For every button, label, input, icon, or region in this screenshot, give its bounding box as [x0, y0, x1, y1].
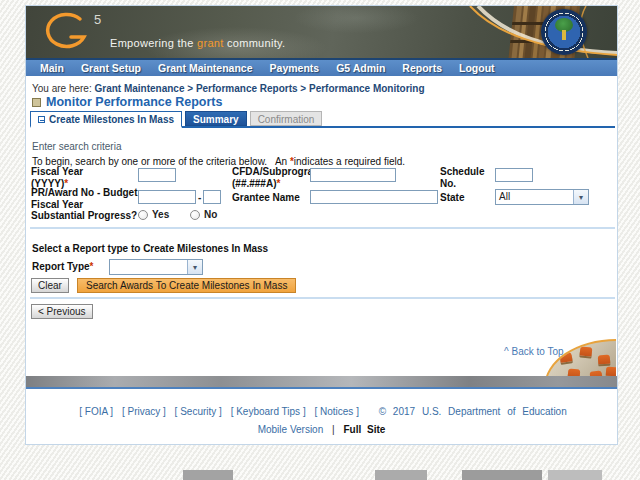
nav-item-logout[interactable]: Logout: [459, 62, 495, 76]
substantial-no-radio[interactable]: [190, 210, 200, 220]
nav-item-payments[interactable]: Payments: [270, 62, 320, 76]
substantial-progress-radios: Yes No: [138, 209, 217, 220]
tab-create-milestones-in-mass[interactable]: Create Milestones In Mass: [30, 111, 182, 128]
report-type-heading: Select a Report type to Create Milestone…: [32, 243, 268, 254]
dropdown-arrow-icon: ▾: [573, 190, 588, 204]
security-link[interactable]: [ Security ]: [175, 406, 222, 417]
nav-item-g5-admin[interactable]: G5 Admin: [336, 62, 385, 76]
state-label: State: [440, 192, 464, 204]
divider: [30, 297, 615, 299]
mobile-version-link[interactable]: Mobile Version: [258, 424, 324, 435]
substantial-yes-radio[interactable]: [138, 210, 148, 220]
header-banner: 5 Empowering the grant community.: [26, 6, 617, 58]
main-nav: Main Grant Setup Grant Maintenance Payme…: [26, 58, 617, 76]
search-criteria-heading: Enter search criteria: [32, 141, 121, 152]
collapse-icon: [38, 116, 45, 123]
report-type-select[interactable]: ▾: [109, 259, 203, 275]
previous-button[interactable]: < Previous: [31, 304, 93, 319]
grantee-name-label: Grantee Name: [232, 192, 300, 204]
fiscal-year-input[interactable]: [138, 168, 176, 182]
report-type-label: Report Type*: [32, 261, 94, 272]
schedule-no-input[interactable]: [495, 168, 533, 182]
screen: 5 Empowering the grant community. Main G…: [0, 0, 640, 480]
dept-of-education-seal-icon: [541, 9, 587, 55]
keyboard-tips-link[interactable]: [ Keyboard Tips ]: [231, 406, 306, 417]
cfda-subprogram-label: CFDA/Subprogram (##.###A)*: [232, 166, 322, 189]
divider: [30, 227, 615, 229]
clear-button[interactable]: Clear: [31, 278, 69, 293]
schedule-no-label: Schedule No.: [440, 166, 484, 189]
search-awards-button[interactable]: Search Awards To Create Milestones In Ma…: [77, 278, 296, 293]
nav-item-reports[interactable]: Reports: [402, 62, 442, 76]
logo-5-text: 5: [94, 12, 101, 27]
breadcrumb: You are here: Grant Maintenance > Perfor…: [32, 83, 425, 94]
substantial-progress-label: Substantial Progress?: [31, 210, 137, 222]
g5-page: 5 Empowering the grant community. Main G…: [25, 5, 618, 445]
g5-logo-icon: [42, 10, 94, 56]
footer-site-mode: Mobile Version | Full Site: [26, 424, 617, 435]
cropped-bottom-artifact: [0, 470, 640, 480]
banner-photo-collage: [26, 6, 617, 58]
tab-summary[interactable]: Summary: [185, 111, 247, 126]
breadcrumb-path-links[interactable]: Grant Maintenance > Performance Reports …: [94, 83, 424, 94]
tab-confirmation: Confirmation: [250, 111, 323, 126]
grantee-name-input[interactable]: [310, 190, 438, 204]
page-title: Monitor Performance Reports: [46, 95, 222, 109]
budget-fiscal-year-input[interactable]: [203, 190, 221, 204]
pr-award-label: PR/Award No - Budget Fiscal Year: [31, 187, 137, 210]
bottom-photo-strip: [26, 376, 617, 387]
copyright: © 2017 U.S. Department of Education: [379, 406, 567, 417]
privacy-link[interactable]: [ Privacy ]: [122, 406, 166, 417]
state-select[interactable]: All ▾: [495, 189, 589, 205]
nav-item-grant-maintenance[interactable]: Grant Maintenance: [158, 62, 253, 76]
full-site-current: Full Site: [343, 424, 385, 435]
nav-item-grant-setup[interactable]: Grant Setup: [81, 62, 141, 76]
nav-item-main[interactable]: Main: [40, 62, 64, 76]
fiscal-year-label: Fiscal Year (YYYY)*: [31, 166, 83, 189]
tab-bar: Create Milestones In Mass Summary Confir…: [30, 111, 615, 128]
foia-link[interactable]: [ FOIA ]: [79, 406, 113, 417]
tagline: Empowering the grant community.: [110, 37, 285, 49]
page-title-icon: [32, 98, 41, 107]
search-instructions: To begin, search by one or more of the c…: [32, 156, 405, 167]
footer-links: [ FOIA ] [ Privacy ] [ Security ] [ Keyb…: [26, 406, 617, 417]
back-to-top-link[interactable]: ^ Back to Top: [504, 346, 564, 357]
cfda-subprogram-input[interactable]: [310, 168, 396, 182]
dropdown-arrow-icon: ▾: [187, 260, 202, 274]
footer-divider: [26, 387, 617, 389]
pr-award-input[interactable]: [138, 190, 196, 204]
notices-link[interactable]: [ Notices ]: [314, 406, 358, 417]
